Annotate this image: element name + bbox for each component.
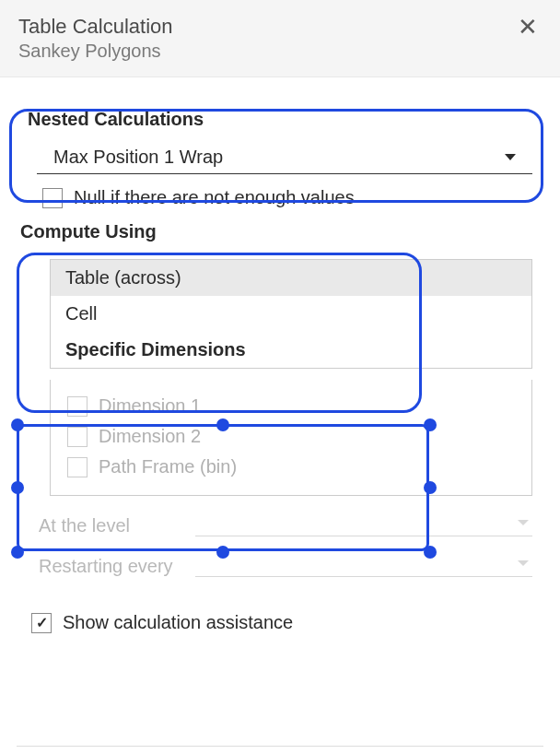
at-level-dropdown (195, 514, 532, 536)
compute-using-section: Compute Using Table (across) Cell Specif… (20, 221, 540, 496)
nested-calculations-section: Nested Calculations Max Position 1 Wrap (20, 109, 540, 174)
compute-using-list: Table (across) Cell Specific Dimensions (50, 259, 532, 369)
restarting-dropdown (195, 555, 532, 577)
at-level-label: At the level (39, 515, 195, 536)
dialog-content: Nested Calculations Max Position 1 Wrap … (0, 77, 560, 652)
compute-option-cell[interactable]: Cell (51, 296, 531, 332)
dialog-title: Table Calculation (18, 15, 173, 39)
restarting-label: Restarting every (39, 556, 195, 577)
null-option-row[interactable]: Null if there are not enough values (42, 187, 540, 208)
dialog-subtitle: Sankey Polygons (18, 41, 173, 62)
header-titles: Table Calculation Sankey Polygons (18, 15, 173, 62)
dimension-row[interactable]: Dimension 2 (51, 421, 531, 452)
nested-calculations-dropdown[interactable]: Max Position 1 Wrap (37, 147, 532, 174)
restarting-field: Restarting every (39, 555, 532, 577)
show-assist-label: Show calculation assistance (63, 612, 293, 633)
dimensions-list: Dimension 1 Dimension 2 Path Frame (bin) (50, 380, 532, 496)
compute-option-table-across[interactable]: Table (across) (51, 260, 531, 296)
close-icon[interactable]: ✕ (514, 15, 542, 39)
compute-using-label: Compute Using (20, 221, 540, 242)
dimension-row[interactable]: Path Frame (bin) (51, 452, 531, 482)
null-option-checkbox[interactable] (42, 188, 63, 208)
null-option-label: Null if there are not enough values (74, 187, 355, 208)
chevron-down-icon (518, 520, 529, 525)
nested-calculations-value: Max Position 1 Wrap (53, 147, 223, 168)
dimension-checkbox[interactable] (67, 396, 88, 417)
dimension-label: Dimension 2 (99, 426, 201, 447)
dimension-label: Path Frame (bin) (99, 456, 237, 477)
divider (17, 746, 543, 747)
compute-option-specific-dimensions[interactable]: Specific Dimensions (51, 332, 531, 368)
dialog-header: Table Calculation Sankey Polygons ✕ (0, 0, 560, 77)
dimension-checkbox[interactable] (67, 427, 88, 447)
chevron-down-icon (518, 560, 529, 566)
at-level-field: At the level (39, 514, 532, 536)
show-assist-row[interactable]: Show calculation assistance (31, 612, 540, 633)
show-assist-checkbox[interactable] (31, 613, 52, 633)
dimension-label: Dimension 1 (99, 395, 201, 417)
chevron-down-icon (505, 154, 516, 160)
dimension-checkbox[interactable] (67, 457, 88, 477)
dimension-row[interactable]: Dimension 1 (51, 391, 531, 421)
nested-calculations-label: Nested Calculations (28, 109, 540, 130)
